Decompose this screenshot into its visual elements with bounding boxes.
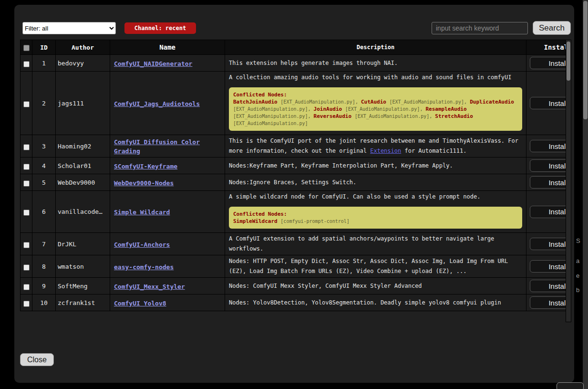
install-button[interactable]: Install [530,260,571,273]
extension-name-link[interactable]: ComfyUI_NAIDGenerator [114,60,192,67]
table-scrollbar[interactable] [566,40,571,322]
select-all-checkbox[interactable] [23,45,30,51]
search-button[interactable]: Search [533,21,571,35]
header-id: ID [32,40,56,55]
page-scrollbar-thumb[interactable] [583,1,588,119]
row-checkbox[interactable] [23,242,30,248]
conflicted-node-ref: [comfyui-prompt-control] [280,219,350,224]
table-row: 6vanillacode…Simple WildcardA simple wil… [21,191,572,233]
row-description: This is the ComfyUI port of the joint re… [225,135,526,158]
row-checkbox[interactable] [23,180,30,187]
conflicted-node-name: ResampleAudio [425,106,466,112]
extension-name-link[interactable]: ComfyUI-Anchors [114,241,170,248]
custom-nodes-dialog: Filter: all Channel: recent Search ID Au… [14,5,574,383]
row-description: Nodes: ComfyUI Mexx Styler, ComfyUI Mexx… [225,278,526,294]
conflicted-node-name: StretchAudio [435,113,473,119]
background-ui-fragment: e [576,272,579,279]
row-checkbox[interactable] [23,144,30,150]
row-checkbox[interactable] [23,284,30,290]
row-description: A collection amazing audio tools for wor… [225,72,526,135]
row-checkbox-cell [21,278,32,294]
table-header-row: ID Author Name Description Install [21,40,572,55]
row-id: 8 [32,255,56,278]
row-checkbox[interactable] [23,61,30,67]
extension-name-link[interactable]: ComfyUI_Mexx_Styler [114,283,185,290]
install-button[interactable]: Install [530,97,571,109]
row-name-cell: ComfyUI Diffusion Color Grading [110,135,225,158]
background-ui-fragment: S [576,237,580,244]
row-description: Nodes:Ignore Braces, Settings Switch. [225,174,526,191]
row-checkbox[interactable] [23,301,30,307]
row-checkbox-cell [21,72,32,135]
table-row: 5WebDev9000WebDev9000-NodesNodes:Ignore … [21,174,572,191]
search-input[interactable] [432,22,528,34]
row-install-cell: Install [526,294,572,311]
row-name-cell: ComfyUI_Jags_Audiotools [110,72,225,135]
install-button[interactable]: Install [530,206,571,218]
extension-name-link[interactable]: ComfyUI Diffusion Color Grading [114,138,200,155]
page-scrollbar[interactable] [583,0,588,389]
row-id: 5 [32,174,56,191]
extension-name-link[interactable]: ComfyUI_Jags_Audiotools [114,100,200,107]
row-install-cell: Install [526,135,572,158]
row-checkbox[interactable] [23,164,30,170]
row-checkbox-cell [21,191,32,233]
table-row: 2jags111ComfyUI_Jags_AudiotoolsA collect… [21,72,572,135]
row-checkbox-cell [21,233,32,255]
background-ui-fragment: a [576,257,579,264]
install-button[interactable]: Install [530,280,571,292]
row-name-cell: SComfyUI-Keyframe [110,158,225,174]
conflicted-nodes-box: Conflicted Nodes:BatchJoinAudio [EXT_Aud… [229,87,522,131]
row-description: Nodes: Yolov8Detection, Yolov8Segmentati… [225,294,526,311]
close-button[interactable]: Close [20,353,54,366]
conflicted-nodes-box: Conflicted Nodes:SimpleWildcard [comfyui… [229,207,522,229]
install-button[interactable]: Install [530,176,571,189]
conflict-separator: , [429,114,435,119]
row-checkbox[interactable] [23,210,30,216]
install-button[interactable]: Install [530,238,571,250]
row-checkbox-cell [21,135,32,158]
row-author: vanillacode… [56,191,110,233]
table-row: 10zcfrank1stComfyUI Yolov8Nodes: Yolov8D… [21,294,572,311]
header-name: Name [110,40,225,55]
extension-name-link[interactable]: ComfyUI Yolov8 [114,300,166,307]
row-description: A ComfyUI extension to add spatial ancho… [225,233,526,255]
install-button[interactable]: Install [530,57,571,69]
conflict-separator: , [355,99,361,105]
conflict-separator: , [420,106,425,112]
conflicted-node-name: JoinAudio [314,106,342,112]
header-install: Install [526,40,572,55]
row-author: Haoming02 [56,135,110,158]
background-ui-fragment: b [576,286,579,294]
table-row: 9SoftMengComfyUI_Mexx_StylerNodes: Comfy… [21,278,572,294]
row-id: 1 [32,55,56,72]
extension-name-link[interactable]: SComfyUI-Keyframe [114,163,177,170]
extension-name-link[interactable]: easy-comfy-nodes [114,263,174,271]
conflict-separator: , [308,106,314,112]
row-author: wmatson [56,255,110,278]
row-checkbox[interactable] [23,101,30,107]
header-description: Description [225,40,526,55]
conflicted-node-name: DuplicateAudio [470,99,514,105]
install-button[interactable]: Install [530,140,571,152]
extension-name-link[interactable]: WebDev9000-Nodes [114,179,174,187]
conflicted-node-ref: [EXT_AudioManipulation.py] [345,106,420,112]
row-name-cell: easy-comfy-nodes [110,255,225,278]
table-row: 7DrJKLComfyUI-AnchorsA ComfyUI extension… [21,233,572,255]
description-link[interactable]: Extension [370,147,401,154]
row-checkbox[interactable] [23,264,30,271]
row-description: Nodes:Keyframe Part, Keyframe Interpolat… [225,158,526,174]
table-scrollbar-thumb[interactable] [567,42,570,81]
row-id: 7 [32,233,56,255]
nodes-table-container: ID Author Name Description Install 1bedo… [20,40,571,322]
conflicted-node-ref: [EXT_AudioManipulation.py] [233,121,308,126]
extension-name-link[interactable]: Simple Wildcard [114,209,170,216]
header-author: Author [56,40,110,55]
filter-dropdown[interactable]: Filter: all [22,22,116,34]
row-description: A simple wildcard node for ComfyUI. Can … [225,191,526,233]
install-button[interactable]: Install [530,296,571,309]
row-description: This extension helps generate images thr… [225,55,526,72]
install-button[interactable]: Install [530,159,571,172]
row-checkbox-cell [21,255,32,278]
table-row: 8wmatsoneasy-comfy-nodesNodes: HTTP POST… [21,255,572,278]
